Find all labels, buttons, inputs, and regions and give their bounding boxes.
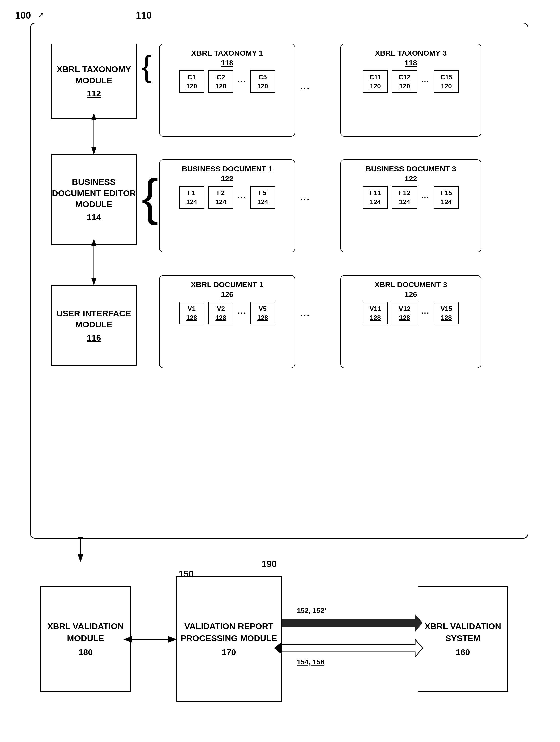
taxonomy3-cells: C11 120 C12 120 ··· C15 120 [341,70,481,93]
ui-module-ref: 116 [87,332,101,343]
cell-c5: C5 120 [250,70,275,93]
bizdoc1-cells: F1 124 F2 124 ··· F5 124 [160,186,295,209]
taxonomy1-box: XBRL TAXONOMY 1 118 C1 120 C2 120 ··· [159,44,295,137]
bizdoc3-ref: 122 [404,174,417,183]
cell-f12: F12 124 [392,186,417,209]
taxonomy3-title: XBRL TAXONOMY 3 [375,49,447,57]
xbrldoc1-cells: V1 128 V2 128 ··· V5 128 [160,302,295,324]
taxonomy-module-ref: 112 [87,88,101,99]
taxonomy1-ref: 118 [221,59,233,67]
taxonomy1-title: XBRL TAXONOMY 1 [191,49,263,57]
cell-v2: V2 128 [208,302,233,324]
cell-c2: C2 120 [208,70,233,93]
label-100: 100 [15,10,31,21]
bizdoc1-box: BUSINESS DOCUMENT 1 122 F1 124 F2 124 ··… [159,159,295,253]
bde-module-ref: 114 [87,212,101,223]
taxonomy3-ref: 118 [404,59,417,67]
label-110: 110 [136,10,152,21]
svg-marker-14 [282,614,423,632]
xbrldoc3-ref: 126 [404,290,417,299]
xbrldoc3-cells: V11 128 V12 128 ··· V15 128 [341,302,481,324]
dots-between-taxonomies: ··· [300,84,310,94]
svg-marker-15 [282,639,423,657]
cell-c12: C12 120 [392,70,417,93]
bde-module-box: BUSINESS DOCUMENT EDITOR MODULE 114 [51,154,136,245]
xbrldoc1-box: XBRL DOCUMENT 1 126 V1 128 V2 128 ··· [159,275,295,368]
svg-text:152, 152': 152, 152' [297,606,326,615]
xbrldoc1-ref: 126 [221,290,233,299]
ui-module-title: USER INTERFACE MODULE [52,308,136,330]
cell-v5: V5 128 [250,302,275,324]
svg-text:154, 156: 154, 156 [297,658,324,666]
cell-c11: C11 120 [363,70,388,93]
bottom-section: 150 190 XBRL VALIDATION MODULE 180 VALID… [30,556,528,737]
taxonomy-module-title: XBRL TAXONOMY MODULE [52,64,136,86]
cell-f11: F11 124 [363,186,388,209]
ui-module-box: USER INTERFACE MODULE 116 [51,285,136,366]
bizdoc1-ref: 122 [221,174,233,183]
dots-between-bizdocs: ··· [300,195,310,204]
cell-f15: F15 124 [434,186,459,209]
taxonomy3-box: XBRL TAXONOMY 3 118 C11 120 C12 120 ··· [340,44,481,137]
main-system-box: XBRL TAXONOMY MODULE 112 BUSINESS DOCUME… [30,23,528,539]
bizdoc3-cells: F11 124 F12 124 ··· F15 124 [341,186,481,209]
svg-marker-16 [274,642,282,654]
cell-f2: F2 124 [208,186,233,209]
taxonomy-row: XBRL TAXONOMY 1 118 C1 120 C2 120 ··· [154,39,516,144]
xbrldoc3-box: XBRL DOCUMENT 3 126 V11 128 V12 128 ··· [340,275,481,368]
brace-taxonomy: { [142,51,152,81]
xbrldoc3-title: XBRL DOCUMENT 3 [375,280,447,289]
diagram-container: 100 ↗ 110 [15,10,543,732]
xbrldoc-row: XBRL DOCUMENT 1 126 V1 128 V2 128 ··· [154,270,516,376]
cell-v15: V15 128 [434,302,459,324]
bde-module-title: BUSINESS DOCUMENT EDITOR MODULE [52,176,136,210]
bizdoc-row: BUSINESS DOCUMENT 1 122 F1 124 F2 124 ··… [154,154,516,260]
bizdoc3-title: BUSINESS DOCUMENT 3 [366,165,456,173]
cell-f5: F5 124 [250,186,275,209]
cell-c1: C1 120 [179,70,204,93]
cell-v12: V12 128 [392,302,417,324]
bottom-arrows-svg: 152, 152' 154, 156 [30,556,528,737]
xbrl-taxonomy-module-box: XBRL TAXONOMY MODULE 112 [51,44,136,119]
cell-c15: C15 120 [434,70,459,93]
right-section: { XBRL TAXONOMY 1 118 C1 120 [154,39,516,537]
cell-v11: V11 128 [363,302,388,324]
xbrldoc1-title: XBRL DOCUMENT 1 [191,280,263,289]
bizdoc1-title: BUSINESS DOCUMENT 1 [182,165,272,173]
arrow-100-icon: ↗ [38,11,44,19]
taxonomy1-cells: C1 120 C2 120 ··· C5 120 [160,70,295,93]
dots-between-xbrldocs: ··· [300,310,310,320]
cell-f1: F1 124 [179,186,204,209]
bizdoc3-box: BUSINESS DOCUMENT 3 122 F11 124 F12 124 … [340,159,481,253]
cell-v1: V1 128 [179,302,204,324]
